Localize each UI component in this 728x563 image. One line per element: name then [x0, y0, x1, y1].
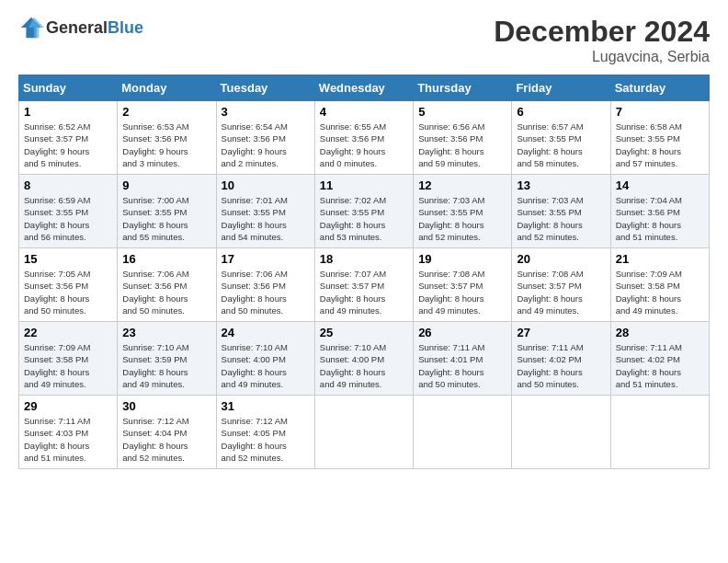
month-title: December 2024 — [494, 15, 710, 49]
week-row-3: 15Sunrise: 7:05 AM Sunset: 3:56 PM Dayli… — [19, 248, 710, 322]
day-number-3: 3 — [222, 105, 310, 119]
day-number-5: 5 — [418, 105, 506, 119]
day-info-23: Sunrise: 7:10 AM Sunset: 3:59 PM Dayligh… — [122, 341, 210, 390]
logo-icon — [18, 15, 44, 40]
day-cell-29: 29Sunrise: 7:11 AM Sunset: 4:03 PM Dayli… — [19, 396, 118, 469]
day-cell-5: 5Sunrise: 6:56 AM Sunset: 3:56 PM Daylig… — [414, 101, 512, 175]
day-number-25: 25 — [320, 326, 408, 339]
day-info-3: Sunrise: 6:54 AM Sunset: 3:56 PM Dayligh… — [222, 121, 310, 169]
day-number-22: 22 — [24, 326, 112, 339]
day-info-10: Sunrise: 7:01 AM Sunset: 3:55 PM Dayligh… — [222, 194, 310, 243]
day-cell-4: 4Sunrise: 6:55 AM Sunset: 3:56 PM Daylig… — [314, 101, 413, 175]
day-number-18: 18 — [320, 252, 408, 266]
day-number-31: 31 — [222, 399, 310, 413]
day-number-14: 14 — [616, 178, 704, 192]
day-info-20: Sunrise: 7:08 AM Sunset: 3:57 PM Dayligh… — [517, 268, 605, 316]
calendar-body: 1Sunrise: 6:52 AM Sunset: 3:57 PM Daylig… — [19, 101, 710, 469]
day-cell-31: 31Sunrise: 7:12 AM Sunset: 4:05 PM Dayli… — [216, 396, 314, 469]
weekday-header-thursday: Thursday — [414, 75, 512, 101]
weekday-header-row: SundayMondayTuesdayWednesdayThursdayFrid… — [19, 75, 710, 101]
day-number-30: 30 — [122, 399, 210, 413]
day-cell-2: 2Sunrise: 6:53 AM Sunset: 3:56 PM Daylig… — [118, 101, 216, 175]
day-cell-20: 20Sunrise: 7:08 AM Sunset: 3:57 PM Dayli… — [512, 248, 610, 322]
day-info-31: Sunrise: 7:12 AM Sunset: 4:05 PM Dayligh… — [222, 415, 310, 464]
weekday-header-tuesday: Tuesday — [216, 75, 314, 101]
day-number-26: 26 — [418, 326, 506, 339]
day-number-15: 15 — [24, 252, 112, 266]
day-info-16: Sunrise: 7:06 AM Sunset: 3:56 PM Dayligh… — [122, 268, 210, 316]
day-info-9: Sunrise: 7:00 AM Sunset: 3:55 PM Dayligh… — [122, 194, 210, 243]
calendar-table: SundayMondayTuesdayWednesdayThursdayFrid… — [18, 75, 710, 469]
day-cell-15: 15Sunrise: 7:05 AM Sunset: 3:56 PM Dayli… — [19, 248, 118, 322]
day-info-7: Sunrise: 6:58 AM Sunset: 3:55 PM Dayligh… — [616, 121, 704, 169]
day-cell-27: 27Sunrise: 7:11 AM Sunset: 4:02 PM Dayli… — [512, 322, 610, 396]
empty-cell — [512, 396, 610, 469]
day-info-8: Sunrise: 6:59 AM Sunset: 3:55 PM Dayligh… — [24, 194, 112, 243]
day-info-2: Sunrise: 6:53 AM Sunset: 3:56 PM Dayligh… — [122, 121, 210, 169]
day-number-24: 24 — [222, 326, 310, 339]
day-info-5: Sunrise: 6:56 AM Sunset: 3:56 PM Dayligh… — [418, 121, 506, 169]
empty-cell — [610, 396, 709, 469]
day-cell-7: 7Sunrise: 6:58 AM Sunset: 3:55 PM Daylig… — [610, 101, 709, 175]
day-info-12: Sunrise: 7:03 AM Sunset: 3:55 PM Dayligh… — [418, 194, 506, 243]
weekday-header-monday: Monday — [118, 75, 216, 101]
day-cell-14: 14Sunrise: 7:04 AM Sunset: 3:56 PM Dayli… — [610, 175, 709, 248]
day-info-1: Sunrise: 6:52 AM Sunset: 3:57 PM Dayligh… — [24, 121, 112, 169]
day-number-2: 2 — [122, 105, 210, 119]
day-cell-18: 18Sunrise: 7:07 AM Sunset: 3:57 PM Dayli… — [314, 248, 413, 322]
day-info-15: Sunrise: 7:05 AM Sunset: 3:56 PM Dayligh… — [24, 268, 112, 316]
day-number-21: 21 — [616, 252, 704, 266]
day-info-13: Sunrise: 7:03 AM Sunset: 3:55 PM Dayligh… — [517, 194, 605, 243]
day-info-22: Sunrise: 7:09 AM Sunset: 3:58 PM Dayligh… — [24, 341, 112, 390]
day-cell-25: 25Sunrise: 7:10 AM Sunset: 4:00 PM Dayli… — [314, 322, 413, 396]
logo: GeneralBlue — [18, 15, 143, 40]
day-number-23: 23 — [122, 326, 210, 339]
day-number-6: 6 — [517, 105, 605, 119]
day-number-10: 10 — [222, 178, 310, 192]
title-block: December 2024 Lugavcina, Serbia — [494, 15, 710, 65]
day-number-20: 20 — [517, 252, 605, 266]
day-info-28: Sunrise: 7:11 AM Sunset: 4:02 PM Dayligh… — [616, 341, 704, 390]
day-cell-26: 26Sunrise: 7:11 AM Sunset: 4:01 PM Dayli… — [414, 322, 512, 396]
day-info-26: Sunrise: 7:11 AM Sunset: 4:01 PM Dayligh… — [418, 341, 506, 390]
weekday-header-sunday: Sunday — [19, 75, 118, 101]
location-title: Lugavcina, Serbia — [494, 49, 710, 65]
day-number-19: 19 — [418, 252, 506, 266]
day-info-18: Sunrise: 7:07 AM Sunset: 3:57 PM Dayligh… — [320, 268, 408, 316]
day-cell-28: 28Sunrise: 7:11 AM Sunset: 4:02 PM Dayli… — [610, 322, 709, 396]
day-info-21: Sunrise: 7:09 AM Sunset: 3:58 PM Dayligh… — [616, 268, 704, 316]
day-cell-19: 19Sunrise: 7:08 AM Sunset: 3:57 PM Dayli… — [414, 248, 512, 322]
day-info-6: Sunrise: 6:57 AM Sunset: 3:55 PM Dayligh… — [517, 121, 605, 169]
week-row-4: 22Sunrise: 7:09 AM Sunset: 3:58 PM Dayli… — [19, 322, 710, 396]
weekday-header-friday: Friday — [512, 75, 610, 101]
weekday-header-wednesday: Wednesday — [314, 75, 413, 101]
day-info-19: Sunrise: 7:08 AM Sunset: 3:57 PM Dayligh… — [418, 268, 506, 316]
day-info-4: Sunrise: 6:55 AM Sunset: 3:56 PM Dayligh… — [320, 121, 408, 169]
day-cell-22: 22Sunrise: 7:09 AM Sunset: 3:58 PM Dayli… — [19, 322, 118, 396]
day-cell-11: 11Sunrise: 7:02 AM Sunset: 3:55 PM Dayli… — [314, 175, 413, 248]
day-cell-21: 21Sunrise: 7:09 AM Sunset: 3:58 PM Dayli… — [610, 248, 709, 322]
day-number-9: 9 — [122, 178, 210, 192]
day-number-1: 1 — [24, 105, 112, 119]
day-info-29: Sunrise: 7:11 AM Sunset: 4:03 PM Dayligh… — [24, 415, 112, 464]
day-info-25: Sunrise: 7:10 AM Sunset: 4:00 PM Dayligh… — [320, 341, 408, 390]
day-cell-3: 3Sunrise: 6:54 AM Sunset: 3:56 PM Daylig… — [216, 101, 314, 175]
day-cell-8: 8Sunrise: 6:59 AM Sunset: 3:55 PM Daylig… — [19, 175, 118, 248]
day-number-17: 17 — [222, 252, 310, 266]
day-info-27: Sunrise: 7:11 AM Sunset: 4:02 PM Dayligh… — [517, 341, 605, 390]
day-cell-23: 23Sunrise: 7:10 AM Sunset: 3:59 PM Dayli… — [118, 322, 216, 396]
day-info-17: Sunrise: 7:06 AM Sunset: 3:56 PM Dayligh… — [222, 268, 310, 316]
day-cell-12: 12Sunrise: 7:03 AM Sunset: 3:55 PM Dayli… — [414, 175, 512, 248]
day-number-8: 8 — [24, 178, 112, 192]
day-number-11: 11 — [320, 178, 408, 192]
week-row-1: 1Sunrise: 6:52 AM Sunset: 3:57 PM Daylig… — [19, 101, 710, 175]
header: GeneralBlue December 2024 Lugavcina, Ser… — [18, 15, 710, 65]
day-cell-9: 9Sunrise: 7:00 AM Sunset: 3:55 PM Daylig… — [118, 175, 216, 248]
day-number-13: 13 — [517, 178, 605, 192]
empty-cell — [414, 396, 512, 469]
day-number-7: 7 — [616, 105, 704, 119]
day-cell-10: 10Sunrise: 7:01 AM Sunset: 3:55 PM Dayli… — [216, 175, 314, 248]
day-number-27: 27 — [517, 326, 605, 339]
day-number-4: 4 — [320, 105, 408, 119]
logo-text-blue: Blue — [108, 18, 143, 37]
